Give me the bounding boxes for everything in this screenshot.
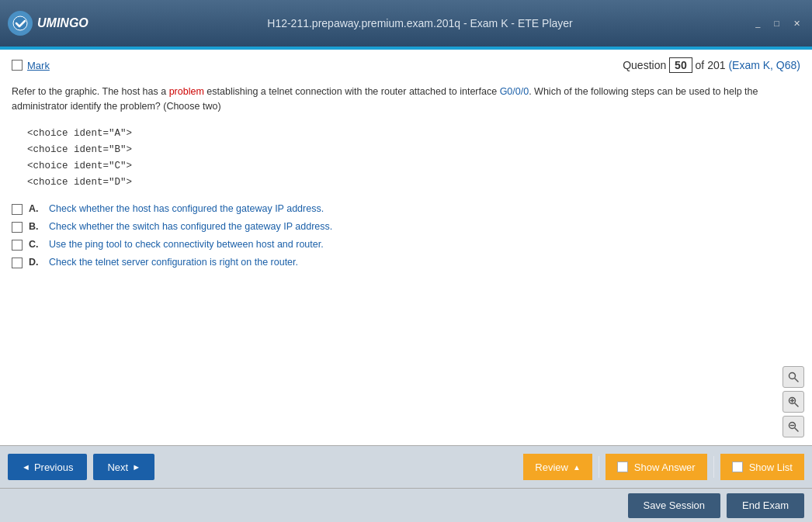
end-label: End Exam	[742, 500, 789, 511]
logo: UMINGO	[8, 11, 88, 36]
search-icon	[788, 372, 799, 382]
exam-info: (Exam K, Q68)	[728, 59, 800, 71]
title-bar-left: UMINGO	[8, 11, 88, 36]
previous-arrow-icon: ◄	[22, 462, 30, 472]
zoom-in-button[interactable]	[783, 391, 804, 413]
question-text: Refer to the graphic. The host has a pro…	[12, 85, 800, 114]
choice-c: C. Use the ping tool to check connectivi…	[12, 239, 800, 251]
show-answer-button[interactable]: Show Answer	[606, 454, 707, 480]
choice-d-text: Check the telnet server configuration is…	[49, 257, 298, 268]
choice-d-checkbox[interactable]	[12, 258, 23, 268]
bottom-actions: Save Session End Exam	[0, 488, 812, 522]
choice-c-text: Use the ping tool to check connectivity …	[49, 239, 324, 250]
save-session-button[interactable]: Save Session	[628, 493, 721, 518]
choice-a-letter: A.	[29, 203, 43, 214]
choice-b-text: Check whether the switch has configured …	[49, 221, 332, 232]
show-list-checkbox-icon	[732, 462, 743, 472]
svg-point-0	[13, 16, 27, 30]
choice-d: D. Check the telnet server configuration…	[12, 257, 800, 268]
save-label: Save Session	[644, 500, 706, 511]
interface-highlight: G0/0/0	[500, 86, 529, 97]
next-arrow-icon: ►	[132, 462, 141, 472]
choice-a: A. Check whether the host has configured…	[12, 203, 800, 215]
mark-checkbox[interactable]	[12, 60, 23, 71]
next-button[interactable]: Next ►	[93, 454, 154, 480]
choice-c-letter: C.	[29, 239, 43, 250]
review-label: Review	[535, 462, 568, 473]
mark-row: Mark Question 50 of 201 (Exam K, Q68)	[12, 57, 800, 77]
app-title: H12-211.prepaway.premium.exam.201q - Exa…	[267, 17, 572, 29]
question-label: Question	[623, 59, 666, 71]
choice-b: B. Check whether the switch has configur…	[12, 221, 800, 233]
bottom-nav: ◄ Previous Next ► Review ▲ Show Answer S…	[0, 445, 812, 488]
question-number: 50	[669, 57, 692, 73]
maximize-button[interactable]: □	[770, 17, 783, 29]
logo-icon	[8, 11, 33, 36]
show-answer-label: Show Answer	[634, 462, 696, 473]
title-bar: UMINGO H12-211.prepaway.premium.exam.201…	[0, 0, 812, 47]
xml-block: <choice ident="A"> <choice ident="B"> <c…	[27, 126, 800, 192]
nav-divider-1	[599, 456, 599, 478]
choice-a-checkbox[interactable]	[12, 204, 23, 215]
previous-button[interactable]: ◄ Previous	[8, 454, 87, 480]
right-tools	[783, 366, 804, 437]
question-info: Question 50 of 201 (Exam K, Q68)	[623, 57, 800, 73]
show-list-button[interactable]: Show List	[720, 454, 804, 480]
svg-line-6	[795, 403, 798, 406]
show-answer-checkbox-icon	[617, 462, 628, 472]
nav-divider-2	[713, 456, 714, 478]
problem-highlight: problem	[169, 86, 204, 97]
window-controls[interactable]: _ □ ✕	[751, 17, 804, 30]
minimize-button[interactable]: _	[751, 17, 764, 29]
review-button[interactable]: Review ▲	[523, 454, 592, 480]
main-content: Mark Question 50 of 201 (Exam K, Q68) Re…	[0, 50, 812, 445]
search-button[interactable]	[783, 366, 804, 388]
zoom-in-icon	[788, 396, 799, 407]
svg-point-1	[789, 373, 796, 379]
choice-b-letter: B.	[29, 221, 43, 232]
previous-label: Previous	[34, 462, 74, 473]
mark-section: Mark	[12, 60, 50, 71]
xml-line-1: <choice ident="A">	[27, 126, 800, 142]
end-exam-button[interactable]: End Exam	[727, 493, 804, 518]
xml-line-3: <choice ident="C">	[27, 158, 800, 175]
svg-line-9	[795, 428, 798, 431]
show-list-label: Show List	[749, 462, 793, 473]
choice-b-checkbox[interactable]	[12, 222, 23, 233]
zoom-out-icon	[788, 421, 799, 432]
choice-c-checkbox[interactable]	[12, 240, 23, 251]
xml-line-4: <choice ident="D">	[27, 175, 800, 191]
logo-text: UMINGO	[37, 16, 88, 30]
review-dropdown-icon: ▲	[573, 463, 581, 472]
mark-link[interactable]: Mark	[27, 60, 50, 71]
xml-line-2: <choice ident="B">	[27, 142, 800, 158]
zoom-out-button[interactable]	[783, 416, 804, 437]
choice-a-text: Check whether the host has configured th…	[49, 203, 324, 214]
choices: A. Check whether the host has configured…	[12, 203, 800, 268]
choice-d-letter: D.	[29, 257, 43, 268]
next-label: Next	[107, 462, 128, 473]
close-button[interactable]: ✕	[789, 17, 804, 30]
svg-line-2	[795, 379, 798, 382]
of-label: of 201	[696, 59, 726, 71]
